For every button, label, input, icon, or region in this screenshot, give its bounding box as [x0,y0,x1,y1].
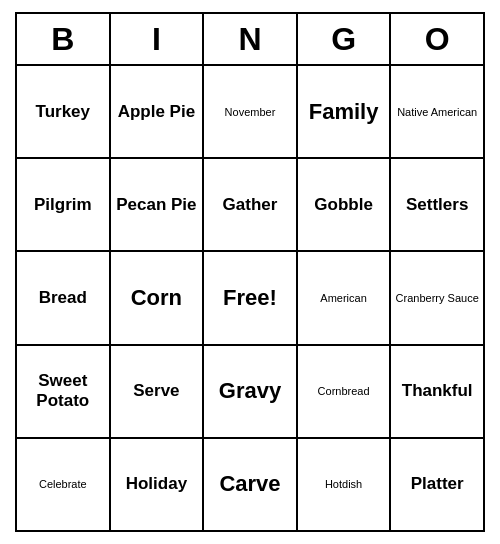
bingo-row-2: BreadCornFree!AmericanCranberry Sauce [17,252,483,345]
bingo-row-4: CelebrateHolidayCarveHotdishPlatter [17,439,483,530]
bingo-cell-0-0: Turkey [17,66,111,157]
bingo-cell-1-4: Settlers [391,159,483,250]
bingo-cell-2-0: Bread [17,252,111,343]
header-letter-n: N [204,14,298,64]
bingo-header: BINGO [17,14,483,66]
bingo-cell-0-3: Family [298,66,392,157]
bingo-cell-0-1: Apple Pie [111,66,205,157]
bingo-row-3: Sweet PotatoServeGravyCornbreadThankful [17,346,483,439]
bingo-cell-1-0: Pilgrim [17,159,111,250]
bingo-cell-4-0: Celebrate [17,439,111,530]
header-letter-g: G [298,14,392,64]
header-letter-b: B [17,14,111,64]
bingo-cell-0-2: November [204,66,298,157]
bingo-cell-1-1: Pecan Pie [111,159,205,250]
bingo-cell-2-2: Free! [204,252,298,343]
header-letter-o: O [391,14,483,64]
bingo-cell-1-2: Gather [204,159,298,250]
bingo-cell-4-4: Platter [391,439,483,530]
bingo-card: BINGO TurkeyApple PieNovemberFamilyNativ… [15,12,485,532]
bingo-cell-3-2: Gravy [204,346,298,437]
bingo-cell-2-4: Cranberry Sauce [391,252,483,343]
bingo-cell-3-3: Cornbread [298,346,392,437]
bingo-row-0: TurkeyApple PieNovemberFamilyNative Amer… [17,66,483,159]
bingo-cell-0-4: Native American [391,66,483,157]
bingo-cell-4-3: Hotdish [298,439,392,530]
bingo-cell-4-2: Carve [204,439,298,530]
bingo-cell-3-1: Serve [111,346,205,437]
bingo-cell-1-3: Gobble [298,159,392,250]
bingo-cell-2-3: American [298,252,392,343]
bingo-cell-4-1: Holiday [111,439,205,530]
header-letter-i: I [111,14,205,64]
bingo-grid: TurkeyApple PieNovemberFamilyNative Amer… [17,66,483,530]
bingo-cell-2-1: Corn [111,252,205,343]
bingo-row-1: PilgrimPecan PieGatherGobbleSettlers [17,159,483,252]
bingo-cell-3-4: Thankful [391,346,483,437]
bingo-cell-3-0: Sweet Potato [17,346,111,437]
